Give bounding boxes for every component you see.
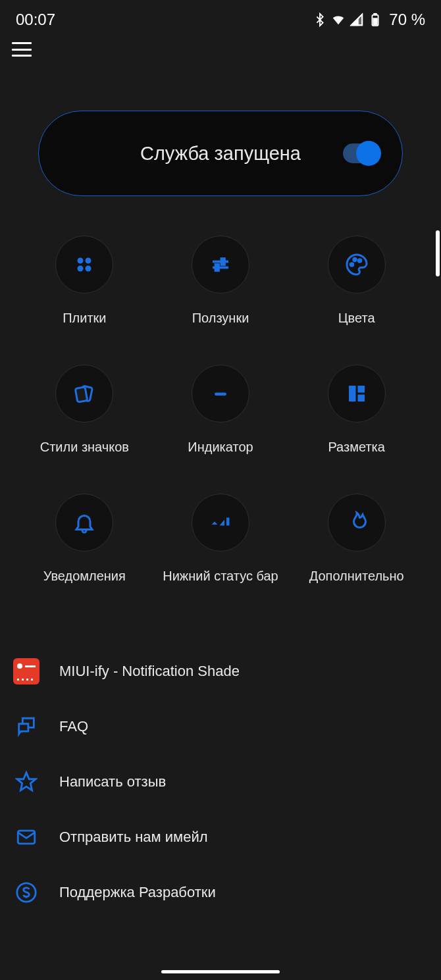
grid-item-layout[interactable]: Разметка [292,365,421,455]
grid-item-statusbar[interactable]: Нижний статус бар [156,494,286,584]
svg-rect-10 [215,265,219,271]
service-toggle[interactable] [343,143,378,163]
list-item-faq[interactable]: FAQ [13,699,428,754]
settings-grid: Плитки Ползунки Цвета Стили значков Инди… [0,236,441,584]
signal-icon [350,13,364,27]
scroll-indicator[interactable] [436,230,440,276]
grid-label: Ползунки [192,309,249,326]
wifi-icon [331,13,346,27]
svg-rect-17 [349,386,356,401]
menu-button[interactable] [12,42,32,57]
grid-item-sliders[interactable]: Ползунки [156,236,286,326]
grid-label: Индикатор [188,438,253,455]
list-label: MIUI-ify - Notification Shade [59,663,240,680]
grid-item-tiles[interactable]: Плитки [20,236,149,326]
dollar-icon [15,881,38,904]
svg-point-13 [358,259,361,263]
sliders-icon [209,253,232,276]
svg-point-6 [86,266,91,272]
grid-label: Нижний статус бар [163,567,278,584]
list-label: Написать отзыв [59,773,166,790]
svg-point-5 [78,266,84,272]
grid-item-colors[interactable]: Цвета [292,236,421,326]
svg-rect-19 [357,395,365,402]
battery-icon [368,13,382,27]
svg-rect-2 [374,14,376,15]
palette-icon [345,253,369,276]
faq-icon [15,715,38,738]
tiles-icon [72,253,96,276]
list-label: Отправить нам имейл [59,829,208,846]
svg-point-4 [86,258,91,264]
svg-rect-20 [226,518,230,526]
toolbar [0,36,441,75]
grid-item-icon-styles[interactable]: Стили значков [20,365,149,455]
layout-icon [345,382,369,405]
bell-icon [72,511,96,534]
grid-label: Цвета [338,309,375,326]
icon-styles-icon [72,382,96,405]
grid-item-extra[interactable]: Дополнительно [292,494,421,584]
menu-list: MIUI-ify - Notification Shade FAQ Написа… [0,644,441,920]
grid-label: Уведомления [43,567,126,584]
svg-point-3 [78,258,84,264]
star-icon [15,771,38,793]
app-icon [13,658,39,684]
grid-label: Дополнительно [309,567,404,584]
indicator-icon [209,382,232,405]
list-label: FAQ [59,718,88,735]
list-item-review[interactable]: Написать отзыв [13,754,428,810]
svg-rect-1 [374,18,378,24]
fire-icon [345,511,369,534]
grid-item-notifications[interactable]: Уведомления [20,494,149,584]
list-item-email[interactable]: Отправить нам имейл [13,810,428,865]
service-label: Служба запущена [140,143,301,165]
list-item-support[interactable]: Поддержка Разработки [13,865,428,920]
service-status-pill[interactable]: Служба запущена [38,111,403,196]
clock: 00:07 [16,11,55,29]
status-icons: 70 % [313,11,425,29]
grid-label: Стили значков [40,438,129,455]
bluetooth-icon [313,13,327,27]
svg-rect-9 [221,259,224,265]
grid-label: Плитки [63,309,106,326]
svg-point-11 [350,263,353,267]
grid-label: Разметка [328,438,384,455]
list-label: Поддержка Разработки [59,884,216,901]
svg-point-12 [353,258,356,261]
svg-rect-15 [76,387,88,402]
mail-icon [15,826,38,848]
svg-rect-18 [357,386,365,393]
home-indicator[interactable] [161,970,280,973]
grid-item-indicator[interactable]: Индикатор [156,365,286,455]
svg-rect-16 [215,393,226,396]
battery-percent: 70 % [389,11,425,29]
statusbar-icon [209,511,232,534]
list-item-app[interactable]: MIUI-ify - Notification Shade [13,644,428,699]
status-bar: 00:07 70 % [0,0,441,36]
